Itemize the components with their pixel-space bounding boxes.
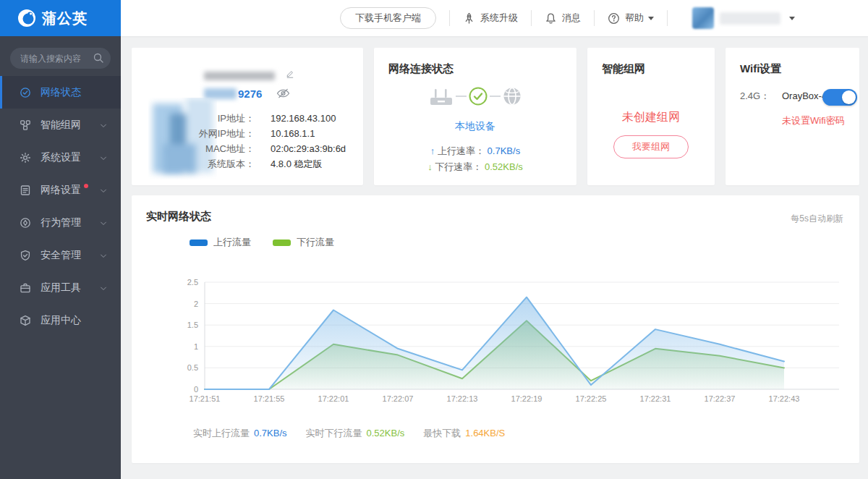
smart-networking-card: 智能组网 未创建组网 我要组网 xyxy=(587,48,715,185)
system-upgrade-button[interactable]: 系统升级 xyxy=(463,12,518,25)
card-title: 智能组网 xyxy=(602,62,645,76)
wifi-toggle[interactable] xyxy=(822,89,857,106)
sidebar-item-label: 网络状态 xyxy=(41,86,81,99)
device-info-list: IP地址：192.168.43.100外网IP地址：10.168.1.1MAC地… xyxy=(132,111,356,171)
svg-text:0: 0 xyxy=(194,385,198,394)
sidebar-item-5[interactable]: 行为管理 xyxy=(0,206,121,239)
chevron-down-icon xyxy=(99,186,108,195)
svg-text:17:22:31: 17:22:31 xyxy=(640,394,671,403)
wifi-2-4g-row: 2.4G： OrayBox-4G xyxy=(740,90,857,107)
legend-item[interactable]: 上行流量 xyxy=(190,236,251,249)
caret-down-icon xyxy=(789,17,795,20)
legend-swatch xyxy=(190,240,208,246)
compass-icon xyxy=(20,217,31,229)
auto-refresh-note: 每5s自动刷新 xyxy=(791,213,843,225)
info-label: MAC地址： xyxy=(132,141,255,156)
search-icon[interactable] xyxy=(93,52,104,64)
user-account-menu[interactable] xyxy=(692,7,795,29)
brand-logo-icon xyxy=(17,9,36,27)
speed-summary: ↑ 上行速率： 0.7KB/s ↓ 下行速率： 0.52KB/s xyxy=(374,143,576,175)
traffic-stat: 实时下行流量0.52KB/s xyxy=(306,428,405,438)
chevron-down-icon xyxy=(99,219,108,227)
up-rate-label: 上行速率： xyxy=(438,145,485,156)
connection-diagram xyxy=(374,85,576,107)
edit-device-name-icon[interactable] xyxy=(286,69,296,80)
gauge-icon xyxy=(20,87,31,98)
sidebar-item-2[interactable]: 智能组网 xyxy=(0,109,121,141)
sidebar-item-label: 安全管理 xyxy=(41,249,81,262)
app-logo[interactable]: 蒲公英 xyxy=(0,0,121,36)
sidebar-item-4[interactable]: 网络设置 xyxy=(0,174,121,206)
info-value: 4.8.0 稳定版 xyxy=(271,156,323,171)
sidebar-item-7[interactable]: 应用工具 xyxy=(0,271,121,304)
info-label: 系统版本： xyxy=(132,156,255,171)
sidebar-nav: 网络状态智能组网系统设置网络设置行为管理安全管理应用工具应用中心 xyxy=(0,76,121,336)
info-label: 外网IP地址： xyxy=(132,126,255,141)
down-arrow-icon: ↓ xyxy=(427,161,433,172)
info-value: 192.168.43.100 xyxy=(271,111,336,126)
chevron-down-icon xyxy=(99,121,108,130)
username-redacted xyxy=(720,12,780,25)
wifi-password-warning-link[interactable]: 未设置Wifi密码 xyxy=(782,114,845,127)
svg-text:17:22:07: 17:22:07 xyxy=(383,394,414,403)
shield-icon xyxy=(20,250,31,261)
chevron-down-icon xyxy=(99,153,108,162)
sidebar-search xyxy=(10,48,111,69)
divider xyxy=(667,10,668,26)
traffic-stat: 实时上行流量0.7KB/s xyxy=(193,428,287,438)
networking-status-text: 未创建组网 xyxy=(587,110,715,125)
svg-text:17:22:19: 17:22:19 xyxy=(511,394,542,403)
stat-label: 最快下载 xyxy=(423,428,461,438)
sidebar-item-3[interactable]: 系统设置 xyxy=(0,141,121,174)
new-badge-dot xyxy=(84,184,88,188)
briefcase-icon xyxy=(20,282,31,294)
rocket-icon xyxy=(463,12,475,25)
create-network-button[interactable]: 我要组网 xyxy=(613,135,689,158)
topbar: 下载手机客户端 系统升级 消息 帮助 xyxy=(121,0,868,36)
gear-icon xyxy=(20,152,31,164)
legend-label: 下行流量 xyxy=(297,236,334,249)
svg-text:17:21:55: 17:21:55 xyxy=(254,394,285,403)
sidebar-item-6[interactable]: 安全管理 xyxy=(0,239,121,271)
cube-icon xyxy=(20,315,31,326)
device-info-row: 系统版本：4.8.0 稳定版 xyxy=(132,156,356,171)
link-line xyxy=(456,96,467,97)
device-name-redacted xyxy=(204,72,275,80)
wifi-settings-card: Wifi设置 2.4G： OrayBox-4G 未设置Wifi密码 xyxy=(726,48,859,185)
stat-value: 0.7KB/s xyxy=(254,428,287,438)
stat-value: 1.64KB/S xyxy=(465,428,505,438)
messages-button[interactable]: 消息 xyxy=(545,12,581,25)
download-mobile-client-button[interactable]: 下载手机客户端 xyxy=(340,7,436,29)
sidebar-item-1[interactable]: 网络状态 xyxy=(0,76,121,109)
device-info-card: 9276 IP地址：192.168.43.100外网IP地址：10.168.1.… xyxy=(132,48,363,185)
card-title: Wifi设置 xyxy=(740,62,781,76)
divider xyxy=(531,10,532,26)
traffic-stat: 最快下载1.64KB/S xyxy=(423,428,505,438)
toggle-knob xyxy=(842,90,856,104)
chevron-down-icon xyxy=(99,284,108,292)
doc-icon xyxy=(20,185,31,196)
sidebar: 蒲公英 网络状态智能组网系统设置网络设置行为管理安全管理应用工具应用中心 xyxy=(0,0,121,479)
hide-sn-eye-icon[interactable] xyxy=(276,88,290,99)
divider xyxy=(449,10,450,26)
realtime-network-card: 实时网络状态 每5s自动刷新 上行流量下行流量 00.511.522.517:2… xyxy=(132,195,859,463)
sidebar-item-8[interactable]: 应用中心 xyxy=(0,304,121,336)
avatar xyxy=(692,7,714,29)
stat-value: 0.52KB/s xyxy=(367,428,405,438)
svg-text:17:22:13: 17:22:13 xyxy=(447,394,478,403)
sidebar-item-label: 应用中心 xyxy=(41,314,81,327)
card-title: 网络连接状态 xyxy=(388,62,454,76)
brand-name: 蒲公英 xyxy=(42,9,88,28)
svg-text:2.5: 2.5 xyxy=(187,278,198,287)
chart-legend: 上行流量下行流量 xyxy=(190,236,356,249)
device-sn-suffix: 9276 xyxy=(238,88,262,100)
legend-label: 上行流量 xyxy=(213,236,251,249)
help-menu-button[interactable]: 帮助 xyxy=(608,12,654,25)
status-check-icon xyxy=(469,87,488,106)
nodes-icon xyxy=(20,119,31,131)
status-cards-row: 9276 IP地址：192.168.43.100外网IP地址：10.168.1.… xyxy=(132,48,859,185)
legend-item[interactable]: 下行流量 xyxy=(273,236,334,249)
svg-text:2: 2 xyxy=(194,300,198,308)
local-device-link[interactable]: 本地设备 xyxy=(374,120,576,133)
caret-down-icon xyxy=(648,17,654,20)
